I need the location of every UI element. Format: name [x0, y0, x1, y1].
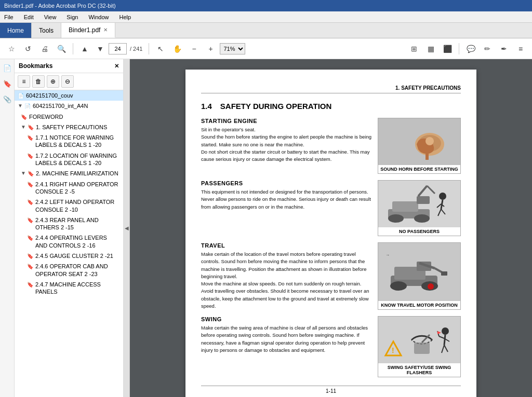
menu-window[interactable]: Window: [86, 13, 111, 21]
travel-text: Make certain of the location of the trav…: [201, 251, 371, 310]
bookmark-page-icon-rear: 🔖: [27, 217, 33, 224]
zoom-out-button[interactable]: −: [187, 42, 201, 56]
menu-view[interactable]: View: [42, 13, 59, 21]
starting-engine-section: STARTING ENGINE Sit in the operator's se…: [201, 118, 461, 174]
panel-collapse-button[interactable]: ⊖: [61, 75, 74, 88]
bookmark-item-cab[interactable]: 🔖 2.4.6 OPERATOR CAB AND OPERATOR SEAT 2…: [15, 261, 123, 279]
swing-section: SWING Make certain the swing area of mac…: [201, 316, 461, 377]
pdf-page: 1. SAFETY PRECAUTIONS 1.4 SAFETY DURING …: [185, 70, 476, 397]
bookmark-item-int[interactable]: ▼ 📄 6042151700_int_A4N: [15, 101, 123, 111]
svg-rect-25: [441, 271, 447, 276]
tab-file[interactable]: Binder1.pdf ✕: [61, 23, 115, 38]
passengers-section: PASSENGERS This equipment is not intende…: [201, 180, 461, 236]
main-area: 📄 🔖 📎 Bookmarks ✕ ≡ 🗑 ⊕ ⊖ 📄 6042151700_c…: [0, 59, 532, 397]
swing-title: SWING: [201, 316, 371, 322]
bookmark-label-rear: 2.4.3 REAR PANEL AND OTHERS 2 -15: [35, 216, 120, 231]
section-number: 1.4: [201, 102, 212, 111]
hand-tool-button[interactable]: ✋: [170, 42, 184, 56]
bookmark-item-root[interactable]: 📄 6042151700_couv: [15, 90, 123, 101]
bookmark-item-notice[interactable]: 🔖 1.7.1 NOTICE FOR WARNING LABELS & DECA…: [15, 132, 123, 150]
panel-header: Bookmarks ✕: [15, 59, 123, 73]
expand-arrow-machine: ▼: [21, 170, 26, 176]
panel-delete-button[interactable]: 🗑: [32, 75, 45, 88]
attachment-icon[interactable]: 📎: [2, 93, 13, 105]
panel-options-button[interactable]: ≡: [18, 75, 30, 88]
toolbar: ☆ ↺ 🖨 🔍 ▲ ▼ / 241 ↖ ✋ − + 71% ⊞ ▦ ⬛ 💬 ✏ …: [0, 38, 532, 59]
bookmark-label-location: 1.7.2 LOCATION OF WARNING LABELS & DECAL…: [35, 152, 120, 167]
tab-tools[interactable]: Tools: [32, 23, 61, 38]
tab-home[interactable]: Home: [0, 23, 32, 38]
bookmark-label-left: 2.4.2 LEFT HAND OPERATOR CONSOLE 2 -10: [35, 198, 120, 213]
bookmark-icon[interactable]: 🔖: [2, 78, 13, 89]
full-screen-button[interactable]: ⬛: [440, 42, 455, 56]
pdf-viewer[interactable]: 1. SAFETY PRECAUTIONS 1.4 SAFETY DURING …: [130, 59, 532, 397]
tools-button[interactable]: ≡: [513, 42, 528, 56]
passengers-image: NO PASSENGERS: [378, 180, 461, 236]
bookmark-list: 📄 6042151700_couv ▼ 📄 6042151700_int_A4N…: [15, 90, 123, 397]
view-options-button[interactable]: ⊞: [407, 42, 421, 56]
menu-help[interactable]: Help: [117, 13, 134, 21]
panel-collapse-handle[interactable]: ◀: [124, 59, 130, 397]
title-bar: Binder1.pdf - Adobe Acrobat Pro DC (32-b…: [0, 0, 532, 11]
travel-section: TRAVEL Make certain of the location of t…: [201, 242, 461, 310]
markup-button[interactable]: ✒: [497, 42, 511, 56]
bookmark-item-operating[interactable]: 🔖 2.4.4 OPERATING LEVERS AND CONTROLS 2 …: [15, 232, 123, 251]
starting-engine-caption: SOUND HORN BEFORE STARTING: [378, 165, 460, 173]
expand-arrow-safety: ▼: [21, 124, 26, 130]
bookmark-page-icon-machine: 🔖: [28, 170, 34, 177]
panel-expand-button[interactable]: ⊕: [47, 75, 59, 88]
comment-button[interactable]: 💬: [463, 42, 478, 56]
bookmark-file-icon-int: 📄: [24, 103, 31, 109]
svg-point-4: [425, 137, 434, 145]
passengers-text: This equipment is not intended or design…: [201, 188, 371, 211]
passengers-caption: NO PASSENGERS: [378, 227, 460, 236]
bookmark-item-gauge[interactable]: 🔖 2.4.5 GAUGE CLUSTER 2 -21: [15, 251, 123, 261]
bookmark-label-access: 2.4.7 MACHINE ACCESS PANELS: [35, 281, 120, 296]
bookmark-add-button[interactable]: ☆: [4, 42, 19, 56]
svg-rect-41: [414, 343, 430, 354]
bookmark-item-access[interactable]: 🔖 2.4.7 MACHINE ACCESS PANELS: [15, 279, 123, 297]
menu-sign[interactable]: Sign: [64, 13, 80, 21]
bookmark-page-icon-access: 🔖: [27, 281, 33, 288]
next-page-button[interactable]: ▼: [93, 42, 108, 56]
bookmark-label-foreword: FOREWORD: [29, 113, 120, 120]
svg-rect-8: [417, 196, 430, 204]
bookmark-item-right[interactable]: 🔖 2.4.1 RIGHT HAND OPERATOR CONSOLE 2 -5: [15, 179, 123, 197]
bookmark-label-machine: 2. MACHINE FAMILIARIZATION: [36, 170, 120, 177]
menu-file[interactable]: File: [2, 13, 16, 21]
starting-engine-image: SOUND HORN BEFORE STARTING: [378, 118, 461, 174]
zoom-select[interactable]: 71%: [220, 43, 245, 54]
toolbar-right: ⊞ ▦ ⬛ 💬 ✏ ✒ ≡: [407, 42, 528, 56]
tab-bar: Home Tools Binder1.pdf ✕: [0, 23, 532, 38]
bookmark-item-safety[interactable]: ▼ 🔖 1. SAFETY PRECAUTIONS: [15, 122, 123, 132]
page-icon[interactable]: 📄: [2, 62, 13, 74]
bookmark-item-rear[interactable]: 🔖 2.4.3 REAR PANEL AND OTHERS 2 -15: [15, 215, 123, 233]
page-header: 1. SAFETY PRECAUTIONS: [201, 85, 461, 93]
rotate-button[interactable]: ↺: [21, 42, 35, 56]
menu-bar: File Edit View Sign Window Help: [0, 11, 532, 23]
zoom-in-button[interactable]: +: [203, 42, 218, 56]
select-tool-button[interactable]: ↖: [153, 42, 168, 56]
print-button[interactable]: 🖨: [37, 42, 52, 56]
separator: [73, 43, 73, 54]
separator2: [149, 43, 149, 54]
nav-controls: ▲ ▼ / 241: [77, 42, 144, 56]
zoom-out-toolbar-button[interactable]: 🔍: [54, 42, 69, 56]
reading-mode-button[interactable]: ▦: [423, 42, 438, 56]
section-name: SAFETY DURING OPERATION: [220, 102, 331, 111]
bookmark-item-machine[interactable]: ▼ 🔖 2. MACHINE FAMILIARIZATION: [15, 168, 123, 179]
prev-page-button[interactable]: ▲: [77, 42, 92, 56]
menu-edit[interactable]: Edit: [22, 13, 36, 21]
close-panel-button[interactable]: ✕: [114, 63, 119, 70]
passengers-title: PASSENGERS: [201, 180, 371, 186]
swing-text: Make certain the swing area of machine i…: [201, 324, 371, 354]
bookmark-item-foreword[interactable]: 🔖 FOREWORD: [15, 112, 123, 122]
side-icons-panel: 📄 🔖 📎: [0, 59, 15, 397]
travel-image: → KNOW TRAVEL MOTOR POSITION: [378, 242, 461, 310]
bookmark-item-left[interactable]: 🔖 2.4.2 LEFT HAND OPERATOR CONSOLE 2 -10: [15, 197, 123, 215]
bookmark-item-location[interactable]: 🔖 1.7.2 LOCATION OF WARNING LABELS & DEC…: [15, 150, 123, 169]
bookmark-page-icon-notice: 🔖: [27, 134, 33, 141]
annotation-button[interactable]: ✏: [480, 42, 495, 56]
page-number-input[interactable]: [109, 43, 127, 54]
tab-close-button[interactable]: ✕: [103, 27, 108, 33]
